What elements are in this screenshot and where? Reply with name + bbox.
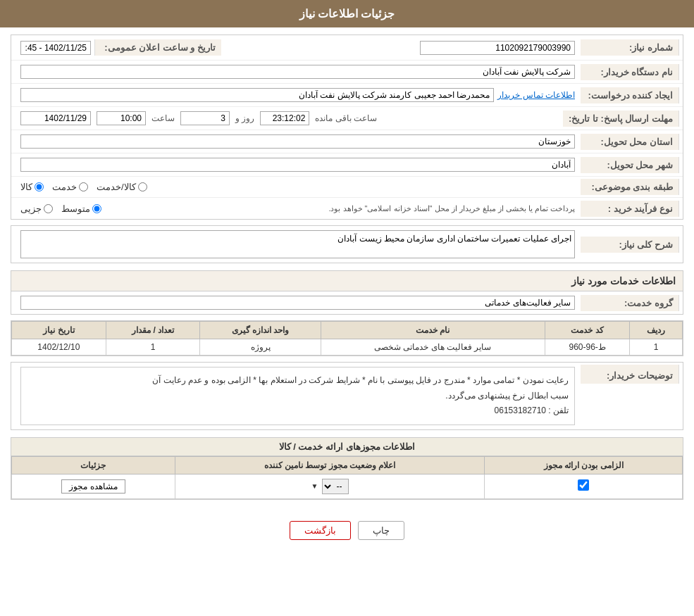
- col-row-num: ردیف: [630, 322, 683, 339]
- need-description-section: شرح کلی نیاز: اجرای عملیات تعمیرات ساختم…: [11, 225, 683, 263]
- services-table: ردیف کد خدمت نام خدمت واحد اندازه گیری ت…: [11, 321, 683, 356]
- need-number-row: شماره نیاز: تاریخ و ساعت اعلان عمومی:: [11, 35, 683, 61]
- purchase-type-note: پرداخت تمام یا بخشی از مبلغ خریدار از مح…: [112, 204, 575, 213]
- buyer-station-input[interactable]: [20, 65, 575, 79]
- radio-motavasset-input[interactable]: [92, 204, 101, 213]
- announce-datetime-input[interactable]: [20, 41, 91, 55]
- reply-date-input[interactable]: [20, 111, 91, 125]
- radio-khedmat-input[interactable]: [79, 182, 88, 191]
- col-permit-status: اعلام وضعیت مجوز توسط نامین کننده: [175, 456, 485, 474]
- buyer-notes-label: توضیحات خریدار:: [581, 365, 679, 384]
- radio-khedmat[interactable]: خدمت: [52, 182, 88, 192]
- radio-kala-khedmat-label: کالا/خدمت: [97, 182, 136, 192]
- cell-unit: پروژه: [200, 339, 321, 356]
- need-number-value-cell: تاریخ و ساعت اعلان عمومی:: [15, 37, 581, 58]
- need-number-input[interactable]: [420, 41, 575, 55]
- creator-value-cell: اطلاعات تماس خریدار: [15, 86, 581, 104]
- col-service-name: نام خدمت: [321, 322, 545, 339]
- need-description-row: شرح کلی نیاز: اجرای عملیات تعمیرات ساختم…: [11, 226, 683, 263]
- time-label: ساعت: [151, 113, 175, 123]
- announce-label: تاریخ و ساعت اعلان عمومی:: [94, 39, 221, 56]
- permit-required-cell: [485, 474, 683, 498]
- buyer-notes-section: توضیحات خریدار: رعایت نمودن * تمامی موار…: [11, 362, 683, 430]
- category-row: طبقه بندی موضوعی: کالا/خدمت خدمت: [11, 177, 683, 198]
- main-form-section: شماره نیاز: تاریخ و ساعت اعلان عمومی: نا…: [11, 34, 683, 220]
- purchase-type-label: نوع فرآیند خرید :: [581, 201, 679, 217]
- buyer-notes-box: رعایت نمودن * تمامی موارد * مندرج در فای…: [20, 367, 575, 425]
- services-section-title: اطلاعات خدمات مورد نیاز: [11, 270, 683, 291]
- chevron-down-icon: ▼: [311, 482, 318, 490]
- reply-deadline-row: مهلت ارسال پاسخ: تا تاریخ: ساعت باقی مان…: [11, 107, 683, 130]
- city-row: شهر محل تحویل:: [11, 153, 683, 177]
- province-value-cell: [15, 132, 581, 151]
- service-group-value-cell: [15, 294, 581, 312]
- need-description-value-cell: اجرای عملیات تعمیرات ساختمان اداری سازما…: [15, 228, 581, 260]
- radio-jozi-input[interactable]: [44, 204, 53, 213]
- notes-line1: رعایت نمودن * تمامی موارد * مندرج در فای…: [27, 373, 569, 389]
- view-permit-button[interactable]: مشاهده مجوز: [61, 479, 125, 494]
- radio-motavasset[interactable]: متوسط: [61, 203, 101, 214]
- contact-link[interactable]: اطلاعات تماس خریدار: [497, 90, 575, 100]
- radio-kala-input[interactable]: [35, 182, 44, 191]
- date-time-group: ساعت باقی مانده روز و ساعت: [20, 111, 377, 125]
- creator-row: ایجاد کننده درخواست: اطلاعات تماس خریدار: [11, 84, 683, 107]
- service-group-input[interactable]: [20, 296, 575, 310]
- reply-deadline-value-cell: ساعت باقی مانده روز و ساعت: [15, 109, 563, 127]
- notes-phone: تلفن : 06153182710: [27, 403, 569, 419]
- col-service-code: کد خدمت: [545, 322, 629, 339]
- province-row: استان محل تحویل:: [11, 130, 683, 153]
- buyer-station-row: نام دستگاه خریدار:: [11, 61, 683, 84]
- cell-service-code: ط-96-960: [545, 339, 629, 356]
- page-container: جزئیات اطلاعات نیاز شماره نیاز: تاریخ و …: [0, 0, 694, 616]
- page-title: جزئیات اطلاعات نیاز: [299, 8, 395, 20]
- back-button[interactable]: بازگشت: [290, 521, 351, 540]
- creator-label: ایجاد کننده درخواست:: [581, 87, 679, 103]
- cell-row-num: 1: [630, 339, 683, 356]
- reply-deadline-label: مهلت ارسال پاسخ: تا تاریخ:: [563, 111, 679, 127]
- permits-section-title: اطلاعات مجوزهای ارائه خدمت / کالا: [11, 437, 683, 455]
- radio-jozi-label: جزیی: [20, 203, 42, 214]
- category-label: طبقه بندی موضوعی:: [581, 179, 679, 195]
- city-input[interactable]: [20, 158, 575, 172]
- city-value-cell: [15, 156, 581, 174]
- col-permit-required: الزامی بودن ارائه مجوز: [485, 456, 683, 474]
- service-group-row: گروه خدمت:: [11, 291, 683, 314]
- col-need-date: تاریخ نیاز: [12, 322, 106, 339]
- content-area: شماره نیاز: تاریخ و ساعت اعلان عمومی: نا…: [0, 27, 694, 558]
- permit-required-checkbox[interactable]: [578, 479, 589, 491]
- radio-kala-khedmat-input[interactable]: [138, 182, 147, 191]
- time-input[interactable]: [97, 111, 146, 125]
- need-description-label: شرح کلی نیاز:: [581, 237, 679, 253]
- cell-service-name: سایر فعالیت های خدماتی شخصی: [321, 339, 545, 356]
- radio-khedmat-label: خدمت: [52, 182, 77, 192]
- buyer-station-value-cell: [15, 63, 581, 81]
- remaining-time-input[interactable]: [260, 111, 309, 125]
- permit-status-cell: -- ▼: [175, 474, 485, 498]
- cell-need-date: 1402/12/10: [12, 339, 106, 356]
- services-table-container: ردیف کد خدمت نام خدمت واحد اندازه گیری ت…: [11, 320, 683, 356]
- days-input[interactable]: [180, 111, 230, 125]
- province-input[interactable]: [20, 134, 575, 149]
- permit-status-select[interactable]: --: [322, 479, 349, 494]
- creator-input[interactable]: [20, 88, 494, 102]
- phone-label: تلفن :: [548, 406, 569, 415]
- permits-table-container: الزامی بودن ارائه مجوز اعلام وضعیت مجوز …: [11, 455, 683, 500]
- need-description-textarea[interactable]: اجرای عملیات تعمیرات ساختمان اداری سازما…: [20, 230, 575, 258]
- radio-kala[interactable]: کالا: [20, 182, 44, 192]
- need-description-form: شرح کلی نیاز: اجرای عملیات تعمیرات ساختم…: [11, 225, 683, 263]
- service-group-label: گروه خدمت:: [581, 295, 679, 311]
- remaining-time-label: ساعت باقی مانده: [315, 113, 377, 123]
- col-permit-details: جزئیات: [12, 456, 175, 474]
- col-unit: واحد اندازه گیری: [200, 322, 321, 339]
- services-form-section: گروه خدمت:: [11, 291, 683, 315]
- col-quantity: تعداد / مقدار: [106, 322, 200, 339]
- purchase-type-row: نوع فرآیند خرید : پرداخت تمام یا بخشی از…: [11, 198, 683, 219]
- print-button[interactable]: چاپ: [358, 521, 404, 540]
- category-radio-group: کالا/خدمت خدمت کالا: [20, 182, 147, 192]
- cell-quantity: 1: [106, 339, 200, 356]
- days-label: روز و: [235, 113, 254, 123]
- radio-jozi[interactable]: جزیی: [20, 203, 53, 214]
- radio-kala-label: کالا: [20, 182, 32, 192]
- radio-kala-khedmat[interactable]: کالا/خدمت: [97, 182, 147, 192]
- button-row: چاپ بازگشت: [11, 510, 683, 551]
